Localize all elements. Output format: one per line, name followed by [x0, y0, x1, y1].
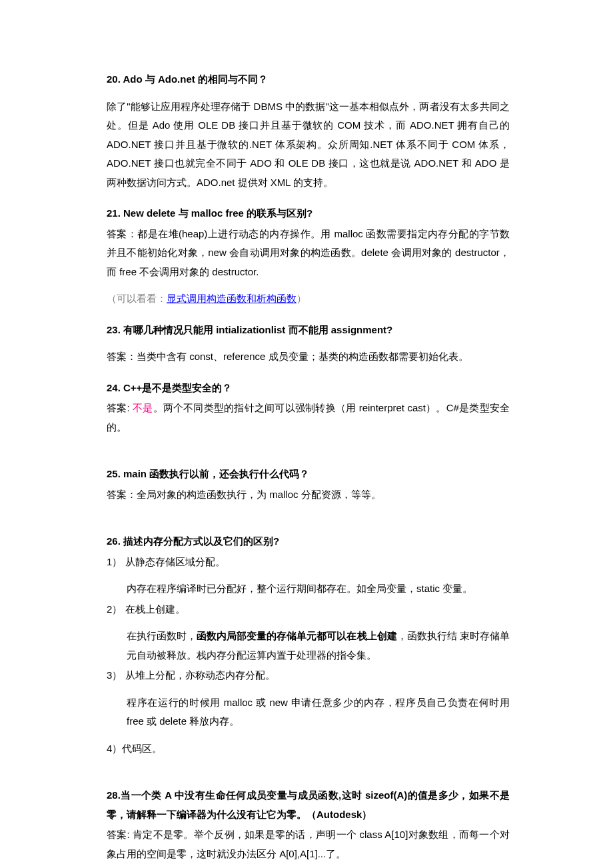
q26-item3-body: 程序在运行的时候用 malloc 或 new 申请任意多少的内存，程序员自己负责… — [107, 693, 510, 731]
q28-title: 28.当一个类 A 中没有生命任何成员变量与成员函数,这时 sizeof(A)的… — [107, 786, 510, 824]
q26-item4: 4）代码区。 — [107, 739, 510, 759]
q24-body: 答案: 不是。两个不同类型的指针之间可以强制转换（用 reinterpret c… — [107, 399, 510, 437]
q21-note: （可以看看：显式调用构造函数和析构函数） — [107, 289, 510, 309]
q21-body: 答案：都是在堆(heap)上进行动态的内存操作。用 malloc 函数需要指定内… — [107, 225, 510, 282]
q21-note-suffix: ） — [297, 293, 306, 304]
q26-item1-body: 内存在程序编译时已分配好，整个运行期间都存在。如全局变量，static 变量。 — [107, 579, 510, 599]
q23-body: 答案：当类中含有 const、reference 成员变量；基类的构造函数都需要… — [107, 347, 510, 367]
q24-red: 不是 — [133, 402, 153, 413]
q26-item1: 1） 从静态存储区域分配。 — [107, 553, 510, 572]
q20-title: 20. Ado 与 Ado.net 的相同与不同？ — [107, 70, 510, 89]
q26-item2: 2） 在栈上创建。 — [107, 600, 510, 619]
q25-title: 25. main 函数执行以前，还会执行什么代码？ — [107, 465, 510, 484]
q28-body: 答案: 肯定不是零。举个反例，如果是零的话，声明一个 class A[10]对象… — [107, 825, 510, 863]
q21-note-link[interactable]: 显式调用构造函数和析构函数 — [167, 293, 297, 304]
q26-item3: 3） 从堆上分配，亦称动态内存分配。 — [107, 666, 510, 685]
q25-body: 答案：全局对象的构造函数执行，为 malloc 分配资源，等等。 — [107, 485, 510, 505]
q26-item2-prefix: 在执行函数时， — [127, 630, 197, 641]
q21-note-prefix: （可以看看： — [107, 293, 167, 304]
document-page: 20. Ado 与 Ado.net 的相同与不同？ 除了"能够让应用程序处理存储… — [0, 0, 613, 868]
q24-title: 24. C++是不是类型安全的？ — [107, 379, 510, 398]
q26-item2-bold: 函数内局部变量的存储单元都可以在栈上创建 — [197, 630, 396, 641]
q26-title: 26. 描述内存分配方式以及它们的区别? — [107, 532, 510, 551]
q23-title: 23. 有哪几种情况只能用 intializationlist 而不能用 ass… — [107, 321, 510, 340]
q24-suffix: 。两个不同类型的指针之间可以强制转换（用 reinterpret cast）。C… — [107, 402, 510, 433]
q26-item2-body: 在执行函数时，函数内局部变量的存储单元都可以在栈上创建，函数执行结 束时存储单元… — [107, 627, 510, 665]
q24-prefix: 答案: — [107, 402, 133, 413]
q21-title: 21. New delete 与 malloc free 的联系与区别? — [107, 204, 510, 223]
q20-body: 除了"能够让应用程序处理存储于 DBMS 中的数据"这一基本相似点外，两者没有太… — [107, 97, 510, 193]
